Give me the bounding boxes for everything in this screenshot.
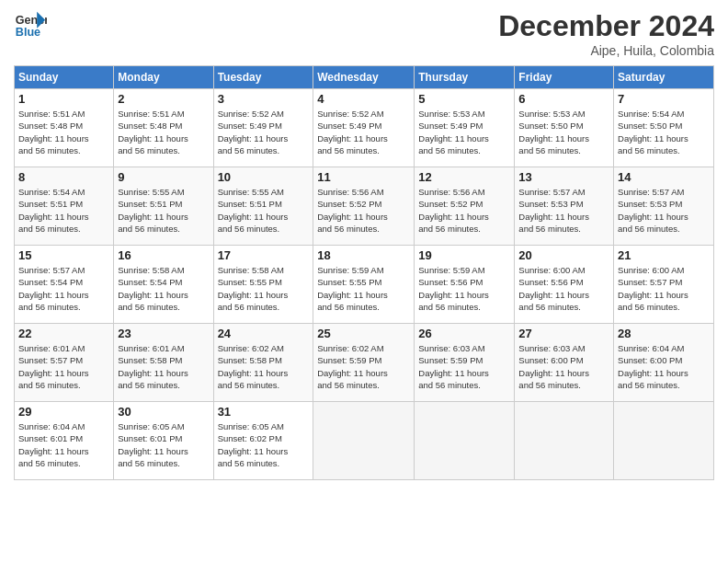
- table-row: 7Sunrise: 5:54 AM Sunset: 5:50 PM Daylig…: [614, 89, 714, 167]
- main-title: December 2024: [498, 9, 714, 43]
- day-number: 26: [418, 327, 510, 340]
- day-info: Sunrise: 6:01 AM Sunset: 5:57 PM Dayligh…: [18, 342, 109, 391]
- table-row: 3Sunrise: 5:52 AM Sunset: 5:49 PM Daylig…: [213, 89, 313, 167]
- day-number: 11: [317, 170, 410, 184]
- day-info: Sunrise: 6:03 AM Sunset: 6:00 PM Dayligh…: [518, 342, 609, 391]
- day-info: Sunrise: 6:02 AM Sunset: 5:59 PM Dayligh…: [317, 342, 410, 391]
- table-row: 20Sunrise: 6:00 AM Sunset: 5:56 PM Dayli…: [515, 246, 614, 324]
- table-row: 4Sunrise: 5:52 AM Sunset: 5:49 PM Daylig…: [313, 89, 415, 167]
- day-number: 9: [118, 170, 209, 184]
- table-row: 11Sunrise: 5:56 AM Sunset: 5:52 PM Dayli…: [313, 167, 415, 246]
- table-row: 5Sunrise: 5:53 AM Sunset: 5:49 PM Daylig…: [415, 89, 515, 167]
- day-info: Sunrise: 5:52 AM Sunset: 5:49 PM Dayligh…: [218, 108, 310, 156]
- day-number: 16: [118, 248, 209, 262]
- title-area: December 2024 Aipe, Huila, Colombia: [498, 9, 714, 58]
- day-info: Sunrise: 5:56 AM Sunset: 5:52 PM Dayligh…: [418, 186, 510, 235]
- table-row: 28Sunrise: 6:04 AM Sunset: 6:00 PM Dayli…: [614, 324, 714, 402]
- day-info: Sunrise: 6:00 AM Sunset: 5:57 PM Dayligh…: [618, 264, 710, 313]
- day-number: 8: [18, 170, 109, 184]
- page: General Blue December 2024 Aipe, Huila, …: [0, 0, 728, 563]
- table-row: 27Sunrise: 6:03 AM Sunset: 6:00 PM Dayli…: [515, 324, 614, 402]
- table-row: 14Sunrise: 5:57 AM Sunset: 5:53 PM Dayli…: [614, 167, 714, 246]
- table-row: 30Sunrise: 6:05 AM Sunset: 6:01 PM Dayli…: [114, 402, 213, 480]
- day-info: Sunrise: 5:54 AM Sunset: 5:51 PM Dayligh…: [18, 186, 109, 235]
- table-row: 21Sunrise: 6:00 AM Sunset: 5:57 PM Dayli…: [614, 246, 714, 324]
- header-friday: Friday: [515, 66, 614, 89]
- day-number: 12: [418, 170, 510, 184]
- calendar-week-row: 29Sunrise: 6:04 AM Sunset: 6:01 PM Dayli…: [15, 402, 714, 480]
- day-info: Sunrise: 5:56 AM Sunset: 5:52 PM Dayligh…: [317, 186, 410, 235]
- day-number: 15: [18, 248, 109, 262]
- day-info: Sunrise: 5:51 AM Sunset: 5:48 PM Dayligh…: [118, 108, 209, 156]
- calendar-week-row: 22Sunrise: 6:01 AM Sunset: 5:57 PM Dayli…: [15, 324, 714, 402]
- header-sunday: Sunday: [15, 66, 114, 89]
- table-row: 29Sunrise: 6:04 AM Sunset: 6:01 PM Dayli…: [15, 402, 114, 480]
- day-info: Sunrise: 5:57 AM Sunset: 5:53 PM Dayligh…: [518, 186, 609, 235]
- table-row: 24Sunrise: 6:02 AM Sunset: 5:58 PM Dayli…: [213, 324, 313, 402]
- header-tuesday: Tuesday: [213, 66, 313, 89]
- day-info: Sunrise: 5:58 AM Sunset: 5:54 PM Dayligh…: [118, 264, 209, 313]
- day-number: 3: [218, 92, 310, 106]
- table-row: [515, 402, 614, 480]
- table-row: 16Sunrise: 5:58 AM Sunset: 5:54 PM Dayli…: [114, 246, 213, 324]
- day-number: 27: [518, 327, 609, 340]
- day-info: Sunrise: 6:01 AM Sunset: 5:58 PM Dayligh…: [118, 342, 209, 391]
- day-number: 6: [518, 92, 609, 106]
- table-row: 17Sunrise: 5:58 AM Sunset: 5:55 PM Dayli…: [213, 246, 313, 324]
- table-row: [313, 402, 415, 480]
- day-info: Sunrise: 6:00 AM Sunset: 5:56 PM Dayligh…: [518, 264, 609, 313]
- header-thursday: Thursday: [415, 66, 515, 89]
- calendar-week-row: 8Sunrise: 5:54 AM Sunset: 5:51 PM Daylig…: [15, 167, 714, 246]
- day-number: 14: [618, 170, 710, 184]
- table-row: 8Sunrise: 5:54 AM Sunset: 5:51 PM Daylig…: [15, 167, 114, 246]
- calendar-table: Sunday Monday Tuesday Wednesday Thursday…: [14, 65, 714, 480]
- day-info: Sunrise: 6:04 AM Sunset: 6:00 PM Dayligh…: [618, 342, 710, 391]
- day-info: Sunrise: 5:57 AM Sunset: 5:54 PM Dayligh…: [18, 264, 109, 313]
- table-row: 23Sunrise: 6:01 AM Sunset: 5:58 PM Dayli…: [114, 324, 213, 402]
- day-number: 2: [118, 92, 209, 106]
- table-row: 25Sunrise: 6:02 AM Sunset: 5:59 PM Dayli…: [313, 324, 415, 402]
- header: General Blue December 2024 Aipe, Huila, …: [14, 9, 714, 58]
- day-number: 1: [18, 92, 109, 106]
- svg-text:Blue: Blue: [16, 26, 40, 39]
- day-info: Sunrise: 5:57 AM Sunset: 5:53 PM Dayligh…: [618, 186, 710, 235]
- day-info: Sunrise: 5:52 AM Sunset: 5:49 PM Dayligh…: [317, 108, 410, 156]
- day-number: 21: [618, 248, 710, 262]
- logo: General Blue: [14, 9, 47, 42]
- table-row: 19Sunrise: 5:59 AM Sunset: 5:56 PM Dayli…: [415, 246, 515, 324]
- calendar-week-row: 1Sunrise: 5:51 AM Sunset: 5:48 PM Daylig…: [15, 89, 714, 167]
- day-info: Sunrise: 5:59 AM Sunset: 5:56 PM Dayligh…: [418, 264, 510, 313]
- day-info: Sunrise: 5:59 AM Sunset: 5:55 PM Dayligh…: [317, 264, 410, 313]
- day-info: Sunrise: 6:02 AM Sunset: 5:58 PM Dayligh…: [218, 342, 310, 391]
- day-info: Sunrise: 6:05 AM Sunset: 6:02 PM Dayligh…: [218, 420, 310, 469]
- table-row: 10Sunrise: 5:55 AM Sunset: 5:51 PM Dayli…: [213, 167, 313, 246]
- table-row: 18Sunrise: 5:59 AM Sunset: 5:55 PM Dayli…: [313, 246, 415, 324]
- day-info: Sunrise: 6:04 AM Sunset: 6:01 PM Dayligh…: [18, 420, 109, 469]
- day-info: Sunrise: 5:55 AM Sunset: 5:51 PM Dayligh…: [218, 186, 310, 235]
- day-info: Sunrise: 5:55 AM Sunset: 5:51 PM Dayligh…: [118, 186, 209, 235]
- day-info: Sunrise: 5:58 AM Sunset: 5:55 PM Dayligh…: [218, 264, 310, 313]
- day-number: 10: [218, 170, 310, 184]
- day-number: 30: [118, 405, 209, 419]
- subtitle: Aipe, Huila, Colombia: [498, 43, 714, 58]
- day-info: Sunrise: 5:51 AM Sunset: 5:48 PM Dayligh…: [18, 108, 109, 156]
- day-number: 23: [118, 327, 209, 340]
- day-number: 17: [218, 248, 310, 262]
- table-row: 2Sunrise: 5:51 AM Sunset: 5:48 PM Daylig…: [114, 89, 213, 167]
- calendar-header-row: Sunday Monday Tuesday Wednesday Thursday…: [15, 66, 714, 89]
- day-number: 13: [518, 170, 609, 184]
- header-saturday: Saturday: [614, 66, 714, 89]
- day-number: 18: [317, 248, 410, 262]
- day-number: 25: [317, 327, 410, 340]
- table-row: 26Sunrise: 6:03 AM Sunset: 5:59 PM Dayli…: [415, 324, 515, 402]
- table-row: 1Sunrise: 5:51 AM Sunset: 5:48 PM Daylig…: [15, 89, 114, 167]
- day-number: 24: [218, 327, 310, 340]
- header-wednesday: Wednesday: [313, 66, 415, 89]
- table-row: 6Sunrise: 5:53 AM Sunset: 5:50 PM Daylig…: [515, 89, 614, 167]
- day-number: 31: [218, 405, 310, 419]
- table-row: [415, 402, 515, 480]
- day-number: 22: [18, 327, 109, 340]
- calendar-week-row: 15Sunrise: 5:57 AM Sunset: 5:54 PM Dayli…: [15, 246, 714, 324]
- day-info: Sunrise: 5:53 AM Sunset: 5:49 PM Dayligh…: [418, 108, 510, 156]
- table-row: 13Sunrise: 5:57 AM Sunset: 5:53 PM Dayli…: [515, 167, 614, 246]
